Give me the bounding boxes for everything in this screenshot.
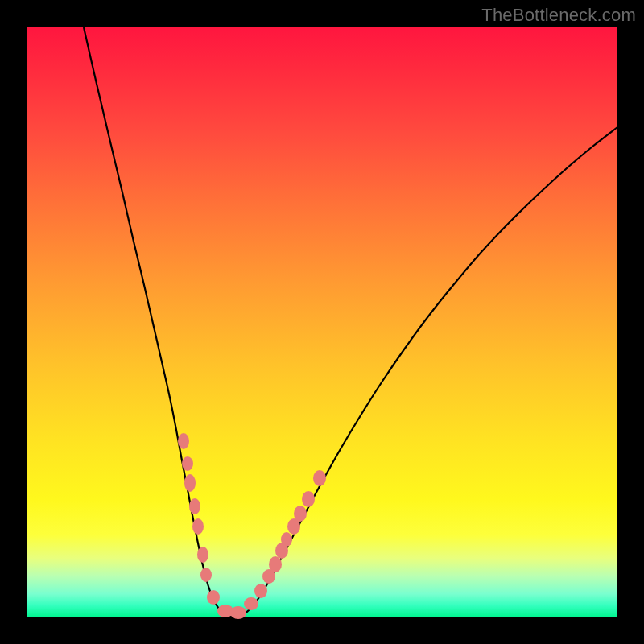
bead (269, 556, 282, 572)
bead (184, 474, 196, 492)
watermark-text: TheBottleneck.com (481, 5, 636, 26)
bead (313, 470, 326, 486)
bead (207, 590, 220, 605)
chart-svg (27, 27, 617, 617)
bead (230, 606, 246, 619)
bead (197, 547, 208, 563)
bead (182, 456, 193, 471)
bottleneck-chart (27, 27, 617, 617)
left-curve (84, 27, 235, 617)
bead (281, 532, 292, 547)
bead (254, 584, 267, 598)
bead (192, 518, 204, 535)
right-curve (235, 127, 617, 617)
bead (244, 597, 258, 610)
bead (200, 568, 212, 582)
bead (294, 506, 307, 522)
data-beads (178, 433, 326, 619)
bead (189, 498, 200, 514)
bead (178, 433, 189, 449)
bead (302, 491, 315, 507)
